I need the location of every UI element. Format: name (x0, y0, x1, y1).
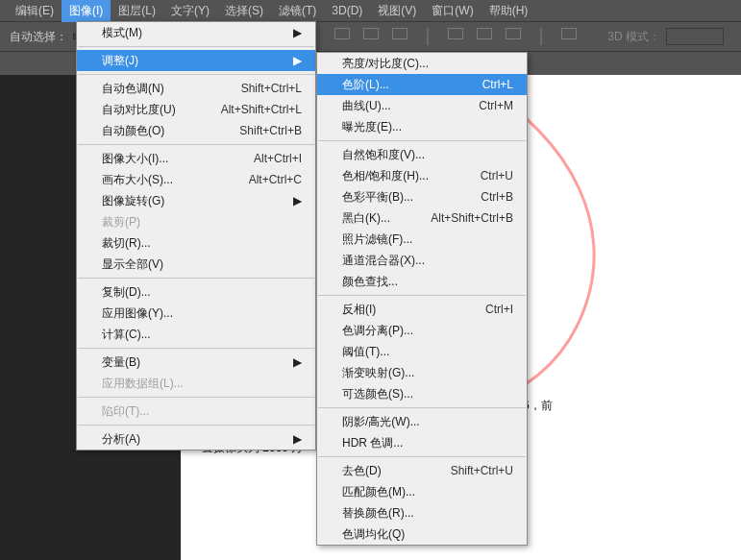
menu-item[interactable]: 可选颜色(S)... (317, 383, 527, 404)
menu-5[interactable]: 滤镜(T) (271, 0, 324, 22)
menu-item[interactable]: 计算(C)... (77, 324, 315, 345)
menu-item[interactable]: 色调均化(Q) (317, 523, 527, 545)
align-vcenter-icon[interactable] (363, 28, 379, 39)
menu-item-label: 照片滤镜(F)... (342, 231, 513, 248)
menu-item-shortcut: Ctrl+U (481, 169, 513, 183)
menu-item: 应用数据组(L)... (77, 373, 315, 394)
menu-item[interactable]: 复制(D)... (77, 281, 315, 303)
menu-item-shortcut: Alt+Ctrl+C (249, 173, 302, 186)
menu-item-label: 色调分离(P)... (342, 323, 513, 339)
menu-item[interactable]: 自动对比度(U)Alt+Shift+Ctrl+L (77, 99, 315, 120)
menu-item[interactable]: 色相/饱和度(H)...Ctrl+U (317, 165, 527, 186)
menu-item[interactable]: 自动颜色(O)Shift+Ctrl+B (77, 120, 315, 141)
align-top-icon[interactable] (334, 28, 350, 39)
menu-item[interactable]: 色彩平衡(B)...Ctrl+B (317, 186, 527, 207)
menu-item-shortcut: Alt+Shift+Ctrl+L (221, 103, 302, 116)
separator (540, 28, 542, 45)
menu-item[interactable]: 曲线(U)...Ctrl+M (317, 95, 527, 116)
menu-item-label: 调整(J) (102, 53, 255, 69)
menu-7[interactable]: 视图(V) (370, 0, 424, 22)
menu-item-label: 色彩平衡(B)... (342, 189, 442, 206)
menu-9[interactable]: 帮助(H) (482, 0, 536, 22)
menu-item[interactable]: 调整(J)▶ (77, 50, 315, 71)
menu-item[interactable]: 匹配颜色(M)... (317, 481, 527, 502)
distribute-icon[interactable] (506, 28, 521, 39)
menu-8[interactable]: 窗口(W) (424, 0, 481, 22)
menu-item-shortcut: Ctrl+I (485, 303, 513, 316)
menu-item-label: 复制(D)... (102, 284, 302, 301)
menu-1[interactable]: 图像(I) (62, 0, 111, 22)
menu-item[interactable]: 通道混合器(X)... (317, 250, 527, 271)
menu-item[interactable]: 色调分离(P)... (317, 320, 527, 341)
menu-item-label: 去色(D) (342, 463, 412, 479)
menu-item[interactable]: 模式(M)▶ (77, 22, 315, 43)
image-menu[interactable]: 模式(M)▶调整(J)▶自动色调(N)Shift+Ctrl+L自动对比度(U)A… (76, 21, 316, 450)
menu-item-label: 色调均化(Q) (342, 526, 513, 543)
menu-2[interactable]: 图层(L) (111, 0, 163, 22)
menu-item[interactable]: HDR 色调... (317, 432, 527, 453)
menu-item[interactable]: 自动色调(N)Shift+Ctrl+L (77, 78, 315, 99)
menu-item[interactable]: 变量(B)▶ (77, 352, 315, 373)
distribute-h-icon[interactable] (448, 28, 463, 39)
menu-item-label: 曲线(U)... (342, 98, 440, 114)
menu-separator (318, 407, 526, 408)
auto-select-label: 自动选择： (10, 29, 67, 45)
distribute-v-icon[interactable] (477, 28, 492, 39)
menu-6[interactable]: 3D(D) (324, 1, 370, 20)
menu-item-shortcut: Ctrl+B (481, 190, 513, 204)
menu-item[interactable]: 画布大小(S)...Alt+Ctrl+C (77, 169, 315, 190)
menu-item-label: HDR 色调... (342, 435, 513, 451)
menu-item[interactable]: 去色(D)Shift+Ctrl+U (317, 460, 527, 481)
menu-item-label: 渐变映射(G)... (342, 365, 513, 381)
more-icon[interactable] (561, 28, 577, 39)
menu-item[interactable]: 自然饱和度(V)... (317, 144, 527, 165)
menu-3[interactable]: 文字(Y) (163, 0, 217, 22)
menu-separator (318, 295, 526, 296)
menu-item: 裁剪(P) (77, 211, 315, 232)
menu-item-label: 色相/饱和度(H)... (342, 168, 442, 184)
menu-item-label: 自动颜色(O) (102, 123, 201, 139)
menu-item[interactable]: 分析(A)▶ (77, 428, 315, 450)
mode-3d-dropdown[interactable] (666, 28, 724, 45)
menu-item-label: 阈值(T)... (342, 344, 513, 360)
align-bottom-icon[interactable] (392, 28, 408, 39)
menu-item-label: 显示全部(V) (102, 256, 302, 273)
menu-item[interactable]: 图像大小(I)...Alt+Ctrl+I (77, 148, 315, 169)
adjustments-submenu[interactable]: 亮度/对比度(C)...色阶(L)...Ctrl+L曲线(U)...Ctrl+M… (316, 52, 528, 546)
menu-item[interactable]: 亮度/对比度(C)... (317, 53, 527, 74)
menu-item[interactable]: 反相(I)Ctrl+I (317, 299, 527, 320)
menu-item[interactable]: 渐变映射(G)... (317, 362, 527, 383)
menu-item[interactable]: 黑白(K)...Alt+Shift+Ctrl+B (317, 207, 527, 229)
menu-item-label: 替换颜色(R)... (342, 505, 513, 522)
submenu-arrow-icon: ▶ (293, 432, 302, 446)
menu-item[interactable]: 曝光度(E)... (317, 116, 527, 137)
menu-item[interactable]: 应用图像(Y)... (77, 303, 315, 324)
submenu-arrow-icon: ▶ (293, 194, 302, 207)
menu-item[interactable]: 照片滤镜(F)... (317, 229, 527, 250)
menu-item[interactable]: 图像旋转(G)▶ (77, 190, 315, 211)
menu-item[interactable]: 色阶(L)...Ctrl+L (317, 74, 527, 95)
menu-4[interactable]: 选择(S) (217, 0, 271, 22)
menu-item-label: 自动对比度(U) (102, 102, 183, 118)
menu-separator (318, 140, 526, 141)
menu-item-label: 变量(B) (102, 354, 255, 371)
menu-item[interactable]: 显示全部(V) (77, 254, 315, 275)
menu-item-shortcut: Alt+Ctrl+I (254, 152, 302, 165)
menu-item-label: 亮度/对比度(C)... (342, 56, 513, 72)
menu-item[interactable]: 裁切(R)... (77, 232, 315, 254)
menu-item[interactable]: 颜色查找... (317, 271, 527, 292)
submenu-arrow-icon: ▶ (293, 26, 302, 39)
menu-item-label: 应用数据组(L)... (102, 376, 302, 392)
menu-item: 陷印(T)... (77, 401, 315, 422)
menu-separator (78, 425, 314, 426)
menu-item-label: 自然饱和度(V)... (342, 147, 513, 163)
menu-item[interactable]: 阴影/高光(W)... (317, 411, 527, 432)
menu-item[interactable]: 阈值(T)... (317, 341, 527, 362)
menu-item-label: 裁剪(P) (102, 214, 302, 231)
menu-0[interactable]: 编辑(E) (8, 0, 62, 22)
submenu-arrow-icon: ▶ (293, 54, 302, 67)
menu-item[interactable]: 替换颜色(R)... (317, 502, 527, 523)
menu-item-label: 通道混合器(X)... (342, 253, 513, 269)
menu-separator (78, 46, 314, 47)
submenu-arrow-icon: ▶ (293, 355, 302, 369)
